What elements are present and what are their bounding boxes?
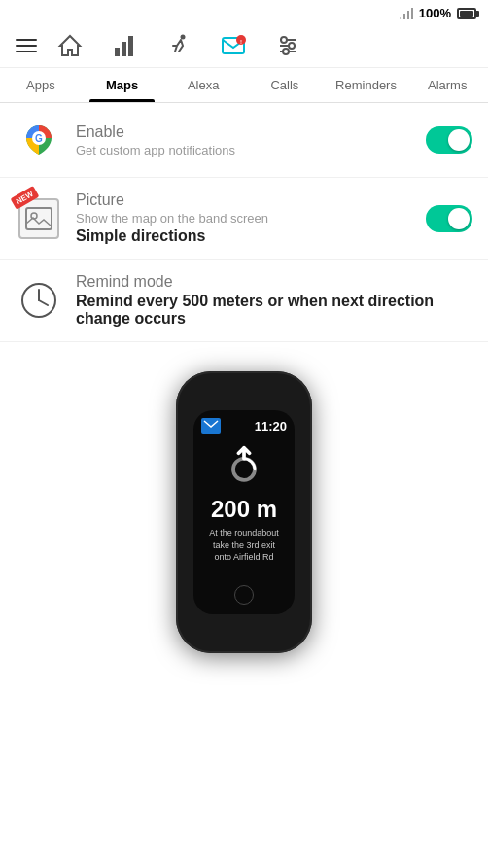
tab-calls[interactable]: Calls xyxy=(244,68,326,102)
roundabout-icon xyxy=(221,444,267,491)
band-time: 11:20 xyxy=(255,419,287,434)
svg-marker-1 xyxy=(407,11,409,19)
svg-rect-21 xyxy=(26,208,52,229)
remind-row: Remind mode Remind every 500 meters or w… xyxy=(0,260,488,342)
tabs-bar: Apps Maps Alexa Calls Reminders Alarms xyxy=(0,68,488,103)
svg-rect-5 xyxy=(122,42,126,56)
tab-alarms[interactable]: Alarms xyxy=(406,68,488,102)
tab-apps[interactable]: Apps xyxy=(0,68,82,102)
battery-percentage: 100% xyxy=(419,6,451,20)
home-icon xyxy=(56,32,84,59)
svg-marker-0 xyxy=(411,8,413,19)
status-bar: 100% xyxy=(0,0,488,24)
enable-desc: Get custom app notifications xyxy=(76,143,412,157)
band-top-bar: 11:20 xyxy=(201,418,287,434)
nav-icons: ! xyxy=(56,32,301,59)
enable-text: Enable Get custom app notifications xyxy=(76,123,412,157)
stats-nav-button[interactable] xyxy=(111,32,138,59)
svg-point-14 xyxy=(289,43,295,49)
svg-rect-6 xyxy=(128,36,133,56)
enable-row: G Enable Get custom app notifications xyxy=(0,103,488,178)
header-nav: ! xyxy=(0,24,488,68)
signal-icon xyxy=(398,7,413,20)
settings-icon xyxy=(274,32,301,59)
picture-icon-wrap: NEW xyxy=(16,195,62,242)
stats-icon xyxy=(111,32,138,59)
tab-maps[interactable]: Maps xyxy=(82,68,163,102)
svg-marker-3 xyxy=(400,17,401,19)
tab-reminders[interactable]: Reminders xyxy=(326,68,407,102)
remind-bold: Remind every 500 meters or when next dir… xyxy=(76,293,472,328)
picture-row: NEW Picture Show the map on the band scr… xyxy=(0,178,488,260)
band-distance: 200 m xyxy=(211,496,277,523)
enable-toggle[interactable] xyxy=(426,126,472,154)
tab-alexa[interactable]: Alexa xyxy=(162,68,244,102)
svg-point-16 xyxy=(283,49,289,54)
picture-title: Picture xyxy=(76,191,412,209)
enable-title: Enable xyxy=(76,123,412,141)
clock-icon xyxy=(20,282,57,319)
reminders-icon: ! xyxy=(220,32,247,59)
picture-bold: Simple directions xyxy=(76,227,412,245)
alarms-nav-button[interactable] xyxy=(274,32,301,59)
band-maps-icon xyxy=(201,418,221,434)
maps-icon-wrap: G xyxy=(16,117,62,163)
svg-point-7 xyxy=(181,35,186,40)
svg-point-12 xyxy=(281,37,287,43)
band-screen: 11:20 200 m At the roundabout take the 3… xyxy=(193,410,295,614)
reminders-nav-button[interactable]: ! xyxy=(220,32,247,59)
settings-content: G Enable Get custom app notifications NE… xyxy=(0,103,488,342)
battery-icon xyxy=(457,8,476,19)
band-preview-container: 11:20 200 m At the roundabout take the 3… xyxy=(0,342,488,692)
remind-title: Remind mode xyxy=(76,273,472,291)
home-nav-button[interactable] xyxy=(56,32,84,59)
picture-icon xyxy=(25,207,52,230)
band-nav-icon xyxy=(220,443,268,492)
band-instruction: At the roundabout take the 3rd exit onto… xyxy=(201,527,287,564)
remind-text: Remind mode Remind every 500 meters or w… xyxy=(76,273,472,328)
maps-app-icon: G xyxy=(18,120,59,160)
clock-icon-wrap xyxy=(16,277,62,324)
picture-toggle[interactable] xyxy=(426,205,472,232)
picture-desc: Show the map on the band screen xyxy=(76,211,412,226)
svg-line-25 xyxy=(39,300,48,305)
hamburger-menu[interactable] xyxy=(12,35,41,56)
svg-text:G: G xyxy=(35,133,43,144)
svg-marker-2 xyxy=(403,14,405,19)
activity-icon xyxy=(165,32,192,59)
svg-rect-4 xyxy=(115,48,120,56)
activity-nav-button[interactable] xyxy=(165,32,192,59)
picture-text: Picture Show the map on the band screen … xyxy=(76,191,412,245)
band-device: 11:20 200 m At the roundabout take the 3… xyxy=(176,371,312,653)
clock-icon-box xyxy=(18,280,59,321)
band-home-button xyxy=(234,585,254,605)
svg-text:!: ! xyxy=(240,39,242,45)
